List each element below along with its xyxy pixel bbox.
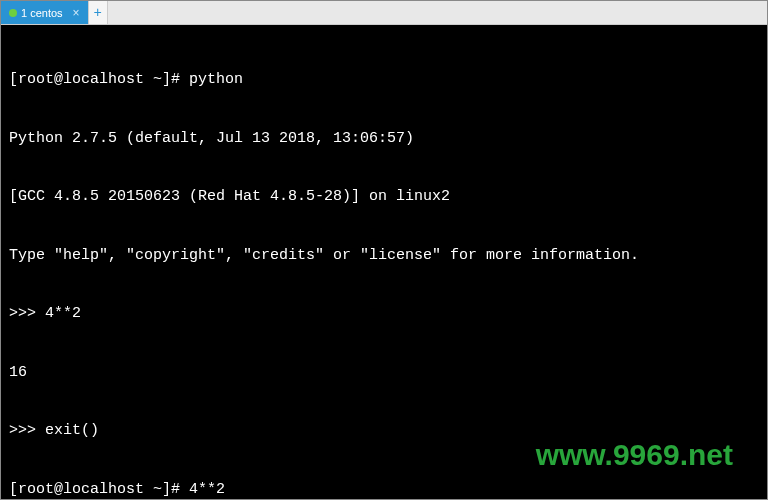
add-tab-button[interactable]: + [88,1,108,24]
tab-centos[interactable]: 1 centos × [1,1,88,24]
terminal-line: >>> exit() [9,421,759,441]
terminal-output[interactable]: [root@localhost ~]# python Python 2.7.5 … [1,25,767,499]
status-dot-icon [9,9,17,17]
tab-label: 1 centos [21,7,63,19]
plus-icon: + [93,5,101,21]
terminal-window: 1 centos × + [root@localhost ~]# python … [0,0,768,500]
terminal-line: 16 [9,363,759,383]
close-icon[interactable]: × [73,6,80,20]
tab-bar: 1 centos × + [1,1,767,25]
terminal-line: >>> 4**2 [9,304,759,324]
terminal-line: [GCC 4.8.5 20150623 (Red Hat 4.8.5-28)] … [9,187,759,207]
watermark-text: www.9969.net [536,445,733,465]
terminal-line: [root@localhost ~]# 4**2 [9,480,759,500]
terminal-line: Type "help", "copyright", "credits" or "… [9,246,759,266]
terminal-line: [root@localhost ~]# python [9,70,759,90]
terminal-line: Python 2.7.5 (default, Jul 13 2018, 13:0… [9,129,759,149]
